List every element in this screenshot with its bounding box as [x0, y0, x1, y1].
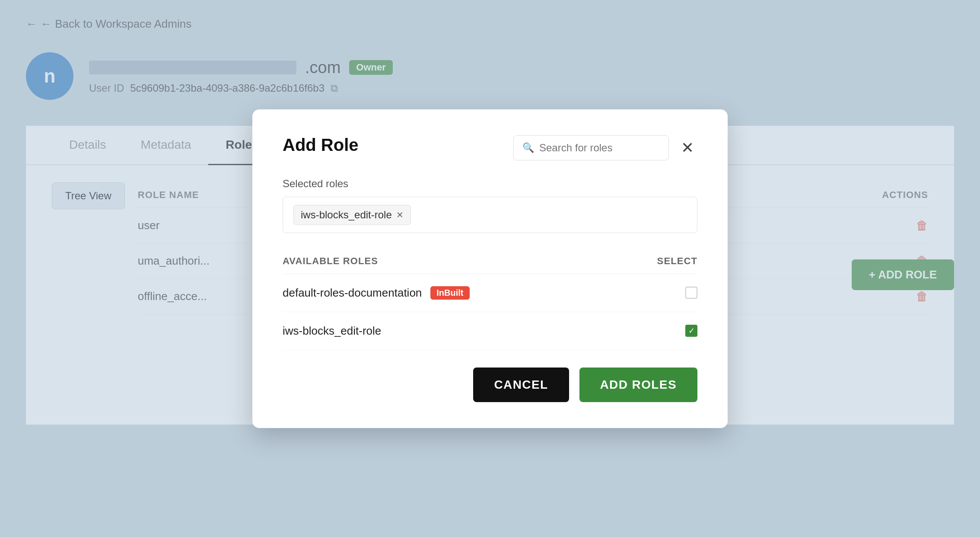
- checkbox-unchecked[interactable]: [685, 287, 697, 299]
- role-row-2: iws-blocks_edit-role ✓: [283, 312, 697, 350]
- available-roles-header: AVAILABLE ROLES SELECT: [283, 249, 697, 274]
- available-roles-col: AVAILABLE ROLES: [283, 256, 378, 267]
- modal-header: Add Role 🔍 ✕: [283, 135, 697, 160]
- checkbox-checked[interactable]: ✓: [685, 325, 697, 337]
- selected-roles-area: iws-blocks_edit-role ✕: [283, 197, 697, 233]
- close-button[interactable]: ✕: [678, 137, 697, 159]
- search-icon: 🔍: [522, 142, 534, 153]
- role-row-left: iws-blocks_edit-role: [283, 324, 381, 338]
- modal: Add Role 🔍 ✕ Selected roles iws-blocks_e…: [252, 109, 728, 428]
- role-row-1: default-roles-documentation InBuilt: [283, 274, 697, 312]
- selected-roles-label: Selected roles: [283, 178, 697, 190]
- inbuilt-badge: InBuilt: [430, 286, 469, 300]
- search-box[interactable]: 🔍: [513, 135, 669, 160]
- modal-title: Add Role: [283, 135, 359, 155]
- add-roles-button[interactable]: ADD ROLES: [579, 368, 698, 402]
- cancel-button[interactable]: CANCEL: [473, 368, 569, 402]
- role-tag: iws-blocks_edit-role ✕: [293, 205, 411, 225]
- role-name: iws-blocks_edit-role: [283, 324, 381, 338]
- role-name: default-roles-documentation: [283, 286, 422, 300]
- modal-footer: CANCEL ADD ROLES: [283, 368, 697, 402]
- modal-search-close: 🔍 ✕: [513, 135, 697, 160]
- modal-overlay: Add Role 🔍 ✕ Selected roles iws-blocks_e…: [0, 0, 980, 537]
- role-row-left: default-roles-documentation InBuilt: [283, 286, 470, 300]
- select-col: SELECT: [657, 256, 697, 267]
- role-tag-remove[interactable]: ✕: [396, 210, 404, 220]
- search-input[interactable]: [539, 142, 660, 154]
- page-background: ← ← Back to Workspace Admins n .com Owne…: [0, 0, 980, 537]
